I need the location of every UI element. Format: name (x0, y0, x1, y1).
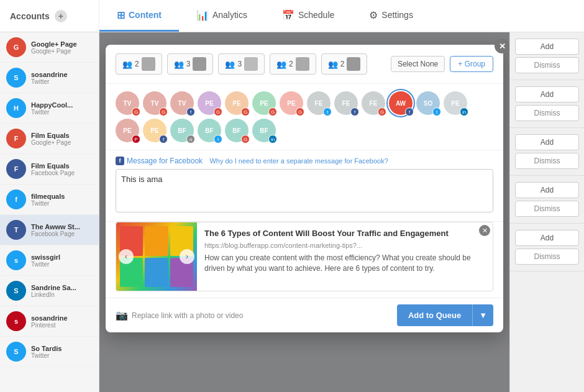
sidebar-item-8[interactable]: s swissgirl Twitter (0, 245, 99, 276)
sidebar-item-1[interactable]: G Google+ Page Google+ Page (0, 32, 99, 63)
sidebar-item-11[interactable]: S So Tardis Twitter (0, 337, 99, 367)
facebook-message-help-link[interactable]: Why do I need to enter a separate messag… (209, 157, 388, 165)
dismiss-button-2[interactable]: Dismiss (515, 153, 579, 169)
dismiss-button-4[interactable]: Dismiss (515, 248, 579, 265)
tab-analytics[interactable]: 📊 Analytics (179, 0, 265, 32)
avatar-item-1[interactable]: TV G (116, 91, 139, 115)
avatar-item-17[interactable]: BF t (198, 119, 221, 142)
sidebar-item-info: Sandrine Sa... LinkedIn (31, 284, 76, 298)
avatar-item-2[interactable]: TV G (143, 91, 167, 115)
sidebar-item-info: sosandrine Twitter (31, 71, 68, 85)
accounts-section[interactable]: Accounts + (0, 0, 99, 32)
right-panel-item-0: Add Dismiss (510, 32, 584, 80)
tab-content[interactable]: ⊞ Content (99, 0, 179, 32)
link-preview-url: https://blog.bufferapp.com/content-marke… (204, 242, 485, 249)
add-button-2[interactable]: Add (515, 134, 579, 150)
account-group-button-5[interactable]: 👥 2 (321, 53, 368, 75)
avatar-item-16[interactable]: BF α (170, 119, 194, 142)
add-button-0[interactable]: Add (515, 39, 579, 55)
add-to-queue-dropdown-arrow[interactable]: ▼ (472, 304, 493, 326)
camera-icon: 📷 (116, 309, 128, 321)
avatar-badge: α (186, 135, 195, 144)
sidebar-item-4[interactable]: F Film Equals Google+ Page (0, 124, 99, 154)
add-group-button[interactable]: + Group (450, 56, 493, 72)
link-preview-prev-button[interactable]: ‹ (119, 249, 134, 264)
right-panel-item-2: Add Dismiss (510, 128, 584, 176)
avatar: s (6, 311, 26, 331)
group-thumbnail (142, 57, 155, 71)
dismiss-button-0[interactable]: Dismiss (515, 57, 579, 73)
tab-settings[interactable]: ⚙ Settings (352, 0, 431, 32)
avatar-badge: P (132, 135, 140, 144)
sidebar-item-2[interactable]: S sosandrine Twitter (0, 63, 99, 93)
right-panel: Add Dismiss Add Dismiss Add Dismiss Add … (509, 32, 584, 392)
sidebar-item-info: So Tardis Twitter (31, 345, 62, 359)
sidebar-item-name: The Awww St... (31, 223, 80, 230)
sidebar-item-9[interactable]: S Sandrine Sa... LinkedIn (0, 276, 99, 306)
sidebar-item-name: filmequals (31, 193, 65, 200)
people-icon: 👥 (225, 60, 235, 69)
add-button-1[interactable]: Add (515, 86, 579, 103)
avatar-item-9[interactable]: FE f (334, 91, 358, 115)
avatar-item-12[interactable]: SO t (416, 91, 440, 115)
avatar: G (6, 37, 26, 57)
avatar: F (6, 129, 26, 148)
avatar-item-15[interactable]: PE f (143, 119, 167, 142)
add-account-button[interactable]: + (55, 10, 67, 22)
avatar-item-6[interactable]: PE G (252, 91, 276, 115)
add-to-queue-button[interactable]: Add to Queue ▼ (397, 304, 493, 326)
sidebar-item-name: Google+ Page (31, 40, 77, 48)
sidebar-item-6[interactable]: f filmequals Twitter (0, 185, 99, 215)
avatar-badge: G (241, 135, 250, 144)
avatar-item-3[interactable]: TV f (170, 91, 194, 115)
avatar-item-4[interactable]: PE G (198, 91, 221, 115)
avatar-item-19[interactable]: BF in (252, 119, 276, 142)
avatar-item-11[interactable]: AW f (389, 91, 413, 115)
link-preview-close-button[interactable]: ✕ (479, 225, 490, 236)
sidebar: G Google+ Page Google+ Page S sosandrine… (0, 32, 99, 392)
message-label: f Message for Facebook Why do I need to … (116, 157, 493, 165)
modal-close-button[interactable]: ✕ (495, 39, 509, 53)
add-button-3[interactable]: Add (515, 182, 579, 198)
avatar-badge: in (460, 107, 468, 116)
avatar-item-13[interactable]: PE in (444, 91, 467, 115)
select-none-button[interactable]: Select None (391, 56, 445, 72)
avatar-item-7[interactable]: PE G (280, 91, 303, 115)
link-preview-next-button[interactable]: › (180, 249, 194, 264)
tab-analytics-label: Analytics (212, 10, 247, 20)
people-icon: 👥 (328, 60, 338, 69)
avatar-badge: G (214, 107, 222, 116)
account-group-button-1[interactable]: 👥 2 (116, 53, 162, 75)
sidebar-item-10[interactable]: s sosandrine Pinterest (0, 306, 99, 337)
message-textarea[interactable]: This is ama (116, 169, 493, 212)
avatar: S (6, 68, 26, 88)
dismiss-button-1[interactable]: Dismiss (515, 105, 579, 121)
message-label-separator (205, 157, 207, 165)
avatar-item-8[interactable]: FE t (307, 91, 331, 115)
sidebar-item-type: Facebook Page (31, 170, 75, 176)
avatar-badge: G (268, 107, 277, 116)
sidebar-item-info: Film Equals Facebook Page (31, 162, 75, 176)
sidebar-item-3[interactable]: H HappyCool... Twitter (0, 93, 99, 124)
avatar-item-5[interactable]: PE G (225, 91, 249, 115)
avatar-item-14[interactable]: PE P (116, 119, 139, 142)
sidebar-item-type: Twitter (31, 109, 73, 116)
people-icon: 👥 (174, 60, 184, 69)
sidebar-item-type: Twitter (31, 200, 65, 207)
top-nav: Accounts + ⊞ Content 📊 Analytics 📅 Sched… (0, 0, 584, 32)
sidebar-item-7[interactable]: T The Awww St... Facebook Page (0, 215, 99, 245)
avatar-item-10[interactable]: FE G (362, 91, 385, 115)
avatar-item-18[interactable]: BF G (225, 119, 249, 142)
account-group-button-2[interactable]: 👥 3 (167, 53, 214, 75)
tab-schedule[interactable]: 📅 Schedule (265, 0, 352, 32)
sidebar-item-name: Film Equals (31, 162, 75, 170)
dismiss-button-3[interactable]: Dismiss (515, 201, 579, 217)
add-button-4[interactable]: Add (515, 230, 579, 246)
replace-with-photo-button[interactable]: 📷 Replace link with a photo or video (116, 309, 243, 321)
account-group-button-3[interactable]: 👥 3 (218, 53, 265, 75)
content-icon: ⊞ (117, 9, 125, 21)
sidebar-item-5[interactable]: F Film Equals Facebook Page (0, 154, 99, 185)
avatar-badge: G (241, 107, 250, 116)
account-group-button-4[interactable]: 👥 2 (270, 53, 316, 75)
sidebar-item-name: swissgirl (31, 253, 60, 261)
